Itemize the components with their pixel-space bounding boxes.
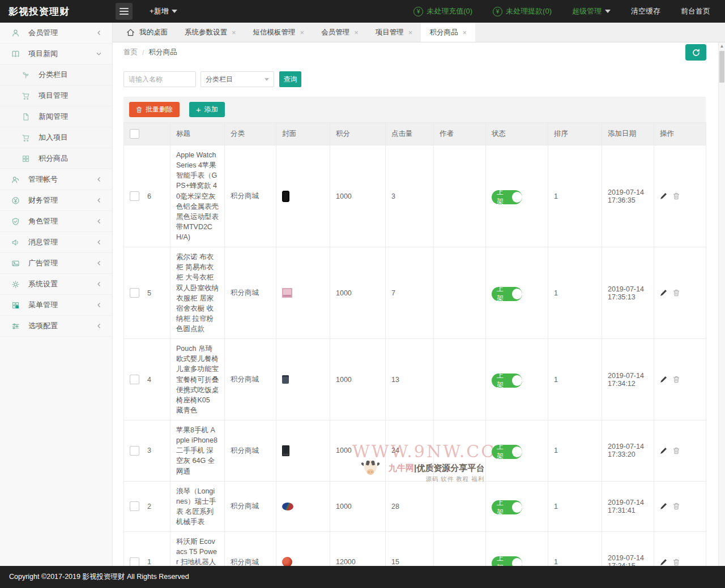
- close-icon[interactable]: ×: [300, 29, 305, 36]
- delete-icon[interactable]: [673, 447, 680, 454]
- table-row: 6Apple Watch Series 4苹果智能手表（GPS+蜂窝款 40毫米…: [124, 145, 706, 247]
- search-button[interactable]: 查询: [279, 71, 301, 87]
- close-icon[interactable]: ×: [462, 29, 467, 36]
- clear-cache-link[interactable]: 清空缓存: [631, 6, 660, 16]
- delete-icon[interactable]: [673, 192, 680, 200]
- sidebar-item-options[interactable]: 选项配置: [0, 316, 112, 337]
- batch-delete-button[interactable]: 批量删除: [129, 102, 180, 117]
- column-header: 积分: [330, 123, 386, 145]
- sidebar-item-system[interactable]: 系统设置: [0, 274, 112, 295]
- row-category: 积分商城: [225, 339, 276, 420]
- status-label: 上架: [497, 371, 510, 390]
- tab-points-goods[interactable]: 积分商品×: [421, 23, 475, 42]
- hamburger-menu-icon[interactable]: [116, 3, 133, 20]
- tab-project[interactable]: 项目管理×: [367, 23, 421, 42]
- edit-icon[interactable]: [660, 192, 667, 200]
- sidebar-item-label: 角色管理: [28, 216, 96, 226]
- sidebar-item-news-manage[interactable]: 新闻管理: [0, 106, 112, 127]
- scrollbar-up-arrow-icon[interactable]: ▲: [719, 42, 725, 50]
- row-sort: 1: [548, 420, 602, 482]
- footer: Copyright ©2017-2019 影视投资理财 All Rights R…: [0, 566, 725, 588]
- unprocessed-recharge-link[interactable]: ¥ 未处理充值(0): [413, 6, 472, 16]
- sidebar-item-ad[interactable]: 广告管理: [0, 253, 112, 274]
- edit-icon[interactable]: [660, 503, 667, 510]
- close-icon[interactable]: ×: [232, 29, 236, 36]
- row-checkbox[interactable]: [130, 288, 139, 298]
- delete-icon[interactable]: [673, 503, 680, 510]
- status-toggle[interactable]: 上架: [492, 190, 522, 204]
- refresh-icon: [692, 49, 700, 57]
- tab-member[interactable]: 会员管理×: [313, 23, 367, 42]
- sidebar-item-label: 新闻管理: [39, 111, 102, 122]
- sidebar-item-menu[interactable]: 菜单管理: [0, 295, 112, 316]
- sidebar-item-label: 广告管理: [28, 258, 96, 268]
- breadcrumb-home[interactable]: 首页: [123, 48, 138, 57]
- row-id: 3: [147, 447, 151, 454]
- delete-icon[interactable]: [673, 289, 680, 297]
- edit-icon[interactable]: [660, 447, 667, 454]
- table-row: 5索尔诺 布衣柜 简易布衣柜 大号衣柜 双人卧室收纳衣服柜 居家宿舍衣橱 收纳柜…: [124, 247, 706, 339]
- close-icon[interactable]: ×: [354, 29, 359, 36]
- sidebar-item-label: 加入项目: [39, 132, 102, 143]
- row-checkbox[interactable]: [130, 191, 139, 201]
- sidebar-item-message[interactable]: 消息管理: [0, 232, 112, 253]
- row-id: 1: [147, 558, 151, 566]
- sidebar-item-project-manage[interactable]: 项目管理: [0, 85, 112, 106]
- row-category: 积分商城: [225, 145, 276, 247]
- sidebar-item-project-news[interactable]: 项目新闻: [0, 44, 112, 65]
- row-title: 苹果8手机 Apple iPhone8 二手手机 深空灰 64G 全网通: [170, 420, 225, 482]
- edit-icon[interactable]: [660, 376, 667, 383]
- table-row: 3苹果8手机 Apple iPhone8 二手手机 深空灰 64G 全网通积分商…: [124, 420, 706, 482]
- add-button[interactable]: + 添加: [189, 102, 225, 117]
- sidebar-item-label: 选项配置: [28, 321, 96, 331]
- delete-icon[interactable]: [673, 559, 680, 566]
- row-sort: 1: [548, 247, 602, 339]
- edit-icon[interactable]: [660, 559, 667, 566]
- row-author: [434, 420, 486, 482]
- tab-desktop[interactable]: 我的桌面: [118, 23, 176, 42]
- close-icon[interactable]: ×: [408, 29, 413, 36]
- sidebar-item-join-project[interactable]: 加入项目: [0, 127, 112, 148]
- table-row: 4Pouch 帛琦 欧式婴儿餐椅 儿童多功能宝宝餐椅可折叠 便携式吃饭桌椅座椅K…: [124, 339, 706, 420]
- status-toggle[interactable]: 上架: [492, 374, 522, 388]
- sidebar-item-finance[interactable]: 财务管理: [0, 190, 112, 211]
- sidebar-item-admin-account[interactable]: 管理帐号: [0, 169, 112, 190]
- home-icon: [126, 28, 135, 37]
- sidebar-item-category-column[interactable]: 分类栏目: [0, 65, 112, 85]
- row-checkbox[interactable]: [130, 375, 139, 384]
- sidebar-item-points-goods[interactable]: 积分商品: [0, 148, 112, 169]
- select-all-checkbox[interactable]: [130, 129, 139, 139]
- status-toggle[interactable]: 上架: [492, 445, 522, 459]
- status-toggle[interactable]: 上架: [492, 556, 522, 566]
- breadcrumb: 首页 / 积分商品: [113, 42, 725, 63]
- front-home-link[interactable]: 前台首页: [681, 6, 710, 16]
- unprocessed-withdraw-link[interactable]: ¥ 未处理提款(0): [493, 6, 552, 16]
- row-id: 2: [147, 503, 151, 510]
- sidebar-item-role[interactable]: 角色管理: [0, 211, 112, 232]
- sidebar-item-label: 财务管理: [28, 195, 96, 205]
- tab-sys-params[interactable]: 系统参数设置×: [176, 23, 245, 42]
- edit-icon[interactable]: [660, 289, 667, 297]
- sidebar: 会员管理项目新闻分类栏目项目管理新闻管理加入项目积分商品管理帐号财务管理角色管理…: [0, 23, 113, 566]
- delete-icon[interactable]: [673, 376, 680, 383]
- new-dropdown-button[interactable]: +新增: [150, 6, 177, 16]
- refresh-button[interactable]: [685, 44, 706, 61]
- vertical-scrollbar[interactable]: ▲: [718, 42, 725, 566]
- status-toggle[interactable]: 上架: [492, 500, 522, 514]
- row-category: 积分商城: [225, 247, 276, 339]
- row-category: 积分商城: [225, 420, 276, 482]
- category-select[interactable]: 分类栏目: [201, 71, 274, 87]
- sidebar-item-member[interactable]: 会员管理: [0, 23, 112, 44]
- name-search-input[interactable]: [123, 71, 196, 87]
- admin-user-menu[interactable]: 超级管理: [572, 6, 611, 16]
- tab-sms-template[interactable]: 短信模板管理×: [245, 23, 313, 42]
- column-header: [124, 123, 170, 145]
- row-points: 1000: [330, 247, 386, 339]
- header-right: ¥ 未处理充值(0) ¥ 未处理提款(0) 超级管理 清空缓存 前台首页: [413, 6, 725, 16]
- row-checkbox[interactable]: [130, 446, 139, 456]
- status-toggle[interactable]: 上架: [492, 287, 522, 301]
- row-checkbox[interactable]: [130, 501, 139, 511]
- row-checkbox[interactable]: [130, 557, 139, 566]
- tab-label: 积分商品: [429, 28, 458, 37]
- scrollbar-thumb[interactable]: [719, 51, 724, 83]
